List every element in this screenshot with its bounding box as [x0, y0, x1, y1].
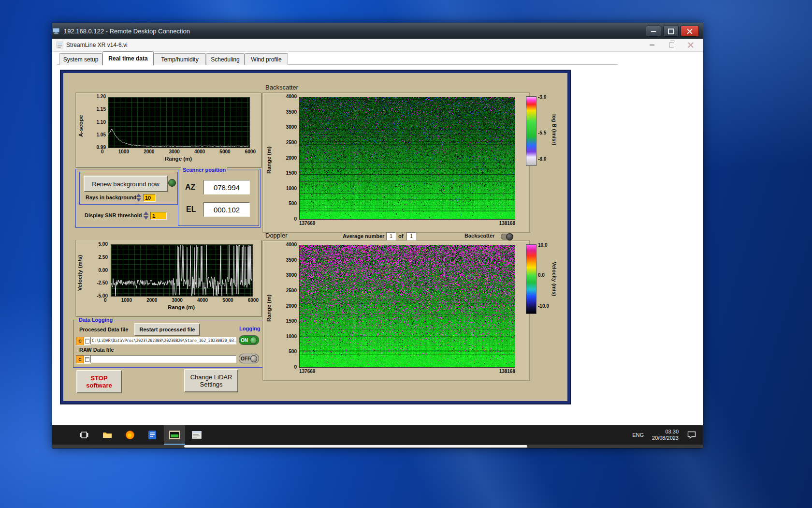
notification-center-button[interactable]: [687, 425, 696, 445]
velocity-xlabel: Range (m): [111, 304, 252, 310]
stop-software-button[interactable]: STOP software: [76, 370, 122, 393]
ytick-label: 2000: [286, 303, 297, 309]
rdp-minimize-button[interactable]: [646, 26, 661, 37]
spinner-up-icon[interactable]: [144, 211, 148, 215]
az-value-field[interactable]: 078.994: [203, 180, 250, 194]
chat-icon: [687, 431, 696, 439]
doppler-heatmap: [299, 245, 515, 368]
ytick-label: 2.50: [99, 254, 108, 260]
raw-logging-toggle[interactable]: OFF: [239, 354, 259, 363]
snr-value-field[interactable]: 1: [150, 212, 167, 220]
of-count-field[interactable]: 1: [406, 232, 416, 240]
toggle-knob-icon: [250, 355, 257, 362]
ytick-label: 0.00: [99, 268, 108, 273]
rays-spinner[interactable]: [136, 194, 142, 202]
streamline-app-icon: [169, 431, 180, 439]
processed-drive-button[interactable]: C: [76, 337, 84, 345]
notepad-button[interactable]: [142, 425, 163, 445]
tab-scheduling[interactable]: Scheduling: [206, 53, 245, 65]
rdp-hscrollbar-thumb[interactable]: [184, 445, 527, 448]
doppler-ytick-labels: 40003500300025002000150010005000: [279, 242, 297, 370]
xtick-label: 4000: [197, 298, 208, 303]
stop-line1: STOP: [90, 374, 107, 382]
language-indicator[interactable]: ENG: [632, 425, 644, 445]
ytick-label: 500: [289, 349, 297, 354]
taskbar-clock[interactable]: 03:30 20/08/2023: [652, 425, 679, 445]
ytick-label: 0: [294, 216, 297, 222]
vi-app-icon: [57, 42, 63, 48]
restart-processed-file-button[interactable]: Restart processed file: [134, 323, 200, 336]
ytick-label: 2500: [286, 140, 297, 145]
x-end-label: 138168: [499, 221, 515, 226]
xtick-label: 6000: [248, 298, 259, 303]
velocity-plot: [111, 244, 253, 297]
xtick-label: 5000: [219, 149, 230, 154]
raw-drive-button[interactable]: C: [76, 355, 84, 364]
scan-scheduler-button[interactable]: [186, 425, 207, 445]
app-minimize-button[interactable]: [648, 42, 656, 48]
file-explorer-button[interactable]: [97, 425, 118, 445]
ytick-label: 0: [294, 364, 297, 370]
xtick-label: 0: [101, 149, 104, 154]
minimize-icon: [650, 45, 654, 45]
app-close-button[interactable]: [686, 42, 695, 48]
app-restore-button[interactable]: [667, 42, 676, 48]
raw-path-field[interactable]: [90, 355, 236, 363]
rdp-close-button[interactable]: [681, 26, 699, 37]
ytick-label: 3500: [286, 257, 297, 263]
ascope-xtick-labels: 0100020003000400050006000: [101, 149, 256, 154]
tab-system-setup[interactable]: System setup: [59, 53, 102, 65]
change-lidar-settings-button[interactable]: Change LiDAR Settings: [184, 369, 238, 392]
backscatter-ylabel: Range (m): [266, 134, 272, 187]
processed-logging-toggle[interactable]: ON: [239, 335, 259, 345]
spinner-up-icon[interactable]: [136, 194, 141, 197]
tab-real-time-data[interactable]: Real time data: [102, 51, 154, 65]
xtick-label: 3000: [172, 298, 183, 303]
ytick-label: 3000: [286, 124, 297, 130]
taskbar: ENG 03:30 20/08/2023: [52, 425, 703, 445]
logging-label: Logging: [238, 326, 261, 331]
main-panel: A-scope 1.201.151.101.050.99 01000200030…: [61, 71, 570, 403]
rdp-titlebar[interactable]: 192.168.0.122 - Remote Desktop Connectio…: [52, 23, 703, 39]
renew-background-button[interactable]: Renew background now: [84, 176, 168, 192]
snr-spinner[interactable]: [144, 211, 149, 220]
raw-browse-button[interactable]: [84, 355, 91, 364]
tab-wind-profile[interactable]: Wind profile: [245, 53, 288, 65]
colorbar-tick: -3.0: [538, 94, 546, 100]
average-number-field[interactable]: 1: [386, 232, 396, 240]
task-view-button[interactable]: [73, 425, 95, 445]
colorbar-tick: 10.0: [538, 242, 547, 248]
background-led-indicator: [168, 179, 176, 187]
rdp-maximize-button[interactable]: [663, 26, 679, 37]
app-titlebar[interactable]: StreamLine XR v14-6.vi: [52, 39, 703, 52]
streamline-app-button[interactable]: [164, 425, 185, 445]
xtick-label: 3000: [169, 149, 180, 154]
colorbar-tick: -8.0: [538, 156, 546, 162]
rdp-computer-icon: [52, 28, 60, 34]
backscatter-colorbar: [526, 96, 536, 166]
of-label: of: [398, 233, 403, 239]
processed-path-field[interactable]: C:\LiDAR\Data\Proc\2023\202308\20230820\…: [90, 337, 236, 344]
tab-temp-humidity[interactable]: Temp/humidity: [154, 53, 206, 65]
notepad-icon: [148, 431, 156, 439]
ascope-ytick-labels: 1.201.151.101.050.99: [88, 94, 106, 150]
backscatter-display-toggle[interactable]: [501, 234, 513, 239]
desktop-wallpaper: 192.168.0.122 - Remote Desktop Connectio…: [0, 0, 812, 508]
spinner-down-icon[interactable]: [136, 198, 141, 202]
rdp-hscrollbar-track[interactable]: [52, 445, 703, 448]
restore-icon: [669, 43, 674, 47]
doppler-colorbar: [526, 244, 536, 314]
processed-browse-button[interactable]: [84, 337, 91, 345]
velocity-xtick-labels: 0100020003000400050006000: [104, 298, 259, 303]
data-logging-frame: Data Logging Processed Data file Restart…: [73, 320, 264, 368]
backscatter-xrange-labels: 137669 138168: [299, 221, 515, 226]
rays-value-field[interactable]: 10: [143, 194, 156, 202]
firefox-button[interactable]: [119, 425, 141, 445]
language-label: ENG: [632, 432, 644, 438]
spinner-down-icon[interactable]: [144, 216, 148, 220]
xtick-label: 2000: [146, 298, 157, 303]
change-line1: Change LiDAR: [190, 374, 232, 381]
processed-data-file-label: Processed Data file: [79, 327, 129, 332]
el-value-field[interactable]: 000.102: [203, 202, 250, 217]
ytick-label: 1.15: [97, 106, 106, 112]
